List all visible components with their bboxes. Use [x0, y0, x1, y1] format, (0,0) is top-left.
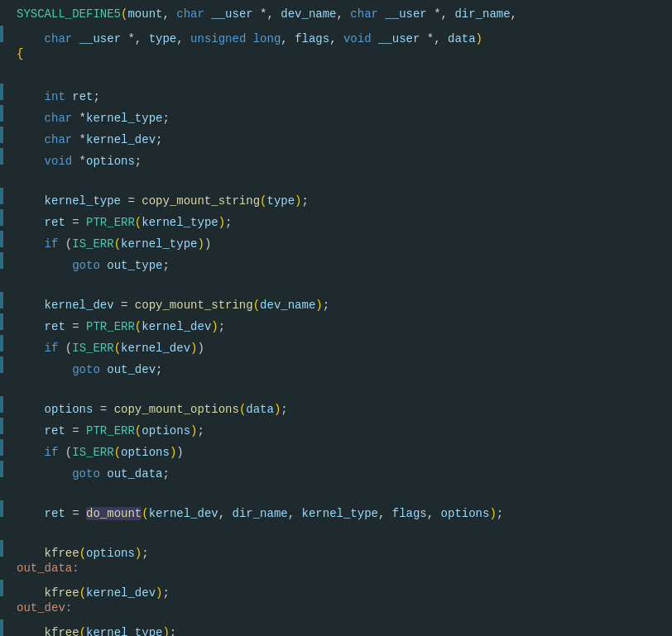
code-line: if (IS_ERR(kernel_type)) [0, 230, 672, 251]
code-line: char *kernel_dev; [0, 126, 672, 147]
line-content: ret = PTR_ERR(options); [7, 424, 214, 438]
line-content: int ret; [7, 90, 110, 103]
line-content: char *kernel_dev; [7, 133, 172, 146]
code-line: kfree(options); [0, 539, 672, 561]
line-content: SYSCALL_DEFINE5(mount, char __user *, de… [7, 7, 527, 21]
line-content: ret = do_mount(kernel_dev, dir_name, ker… [7, 507, 513, 520]
code-line: kernel_type = copy_mount_string(type); [0, 187, 672, 208]
line-content: void *options; [7, 155, 151, 168]
code-line [0, 169, 672, 187]
line-content: kfree(kernel_type); [7, 626, 186, 636]
code-line: out_data: [0, 561, 672, 579]
code-line: kfree(kernel_type); [0, 619, 672, 636]
line-content: kfree(options); [7, 547, 159, 560]
line-content: out_dev: [7, 601, 82, 614]
code-line: if (IS_ERR(options)) [0, 438, 672, 460]
code-line: kfree(kernel_dev); [0, 579, 672, 600]
line-content: char *kernel_type; [7, 112, 180, 125]
line-content: kfree(kernel_dev); [7, 586, 180, 600]
code-line: ret = PTR_ERR(kernel_type); [0, 208, 672, 230]
line-content: char __user *, type, unsigned long, flag… [7, 32, 492, 45]
code-line: goto out_dev; [0, 356, 672, 377]
code-line: SYSCALL_DEFINE5(mount, char __user *, de… [0, 7, 672, 25]
code-line: { [0, 46, 672, 65]
code-line: int ret; [0, 83, 672, 104]
line-content: ret = PTR_ERR(kernel_dev); [7, 320, 235, 333]
line-content: kernel_dev = copy_mount_string(dev_name)… [7, 299, 339, 312]
code-line: out_dev: [0, 600, 672, 619]
line-content: ret = PTR_ERR(kernel_type); [7, 216, 242, 229]
code-line: ret = do_mount(kernel_dev, dir_name, ker… [0, 500, 672, 521]
line-content: options = copy_mount_options(data); [7, 403, 298, 416]
code-line [0, 65, 672, 83]
code-line [0, 521, 672, 539]
line-content: goto out_dev; [7, 363, 172, 376]
line-content: goto out_data; [7, 467, 180, 481]
code-line: void *options; [0, 147, 672, 169]
line-content: goto out_type; [7, 259, 180, 272]
code-line: goto out_data; [0, 460, 672, 481]
code-line: char *kernel_type; [0, 104, 672, 126]
code-line [0, 481, 672, 500]
code-line [0, 377, 672, 395]
code-line: char __user *, type, unsigned long, flag… [0, 25, 672, 46]
line-content: if (IS_ERR(options)) [7, 446, 194, 459]
code-line: ret = PTR_ERR(options); [0, 417, 672, 438]
code-line: options = copy_mount_options(data); [0, 395, 672, 417]
line-content: { [7, 47, 33, 60]
code-line [0, 273, 672, 291]
code-line: ret = PTR_ERR(kernel_dev); [0, 313, 672, 334]
line-content: if (IS_ERR(kernel_type)) [7, 237, 221, 251]
line-content: kernel_type = copy_mount_string(type); [7, 194, 319, 208]
code-line: kernel_dev = copy_mount_string(dev_name)… [0, 291, 672, 313]
code-line: goto out_type; [0, 251, 672, 273]
line-content: out_data: [7, 562, 89, 575]
line-content: if (IS_ERR(kernel_dev)) [7, 342, 214, 355]
code-container: SYSCALL_DEFINE5(mount, char __user *, de… [0, 0, 672, 636]
code-line: if (IS_ERR(kernel_dev)) [0, 334, 672, 356]
